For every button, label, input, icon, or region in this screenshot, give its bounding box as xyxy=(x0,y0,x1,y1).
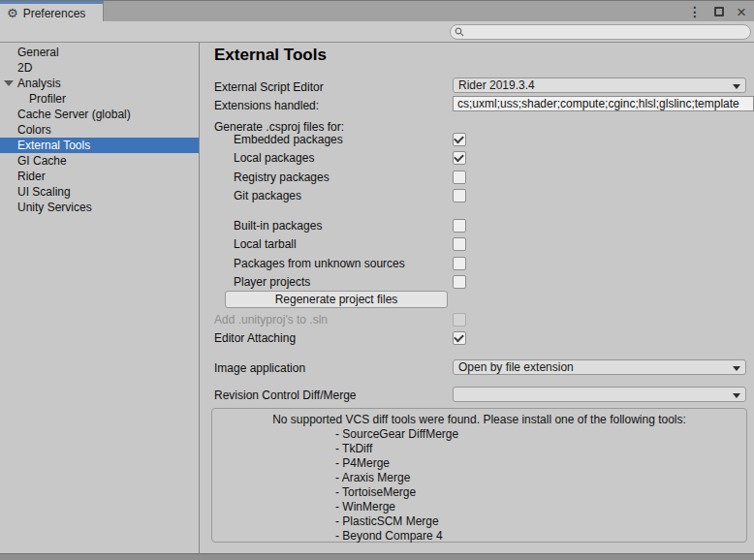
vcs-tool-item: - WinMerge xyxy=(335,500,746,514)
external-tools-panel: External Tools External Script Editor Ri… xyxy=(201,43,754,553)
sidebar-item-label: Analysis xyxy=(17,77,61,90)
window-resize-strip xyxy=(0,553,754,560)
maximize-icon[interactable] xyxy=(714,7,724,16)
toolbar xyxy=(0,21,754,43)
revision-control-label: Revision Control Diff/Merge xyxy=(214,388,357,403)
tab-title: Preferences xyxy=(23,7,86,20)
search-input[interactable] xyxy=(464,26,746,38)
builtin-packages-checkbox[interactable] xyxy=(453,219,466,233)
player-projects-label: Player projects xyxy=(234,274,310,290)
embedded-packages-checkbox[interactable] xyxy=(453,133,466,146)
tab-preferences[interactable]: ⚙ Preferences xyxy=(0,1,104,22)
chevron-down-icon xyxy=(733,366,740,371)
registry-packages-checkbox[interactable] xyxy=(453,171,466,184)
vcs-tool-item: - TkDiff xyxy=(335,442,746,456)
embedded-packages-label: Embedded packages xyxy=(234,132,343,147)
image-application-value: Open by file extension xyxy=(458,360,574,374)
image-application-dropdown[interactable]: Open by file extension xyxy=(453,359,746,375)
git-packages-checkbox[interactable] xyxy=(453,189,466,202)
vcs-tool-item: - SourceGear DiffMerge xyxy=(335,427,746,442)
sidebar-item-gi-cache[interactable]: GI Cache xyxy=(0,153,199,169)
script-editor-value: Rider 2019.3.4 xyxy=(458,78,535,92)
script-editor-dropdown[interactable]: Rider 2019.3.4 xyxy=(453,78,746,93)
sidebar-item-unity-services[interactable]: Unity Services xyxy=(0,200,199,215)
foldout-arrow-icon[interactable] xyxy=(4,80,14,86)
sidebar-item-external-tools[interactable]: External Tools xyxy=(0,138,199,153)
vcs-help-box: No supported VCS diff tools were found. … xyxy=(211,408,747,543)
sidebar-item-profiler[interactable]: Profiler xyxy=(0,91,199,107)
local-packages-checkbox[interactable] xyxy=(453,151,466,165)
revision-control-dropdown[interactable] xyxy=(453,387,746,402)
vcs-tool-item: - Beyond Compare 4 xyxy=(335,529,746,544)
script-editor-label: External Script Editor xyxy=(214,79,324,95)
regenerate-project-files-button[interactable]: Regenerate project files xyxy=(225,291,448,308)
sidebar-item-analysis[interactable]: Analysis xyxy=(0,76,199,91)
vcs-tool-item: - TortoiseMerge xyxy=(335,485,746,500)
sidebar-item-colors[interactable]: Colors xyxy=(0,122,199,138)
menu-kebab-icon[interactable]: ⋮ xyxy=(688,5,702,18)
player-projects-checkbox[interactable] xyxy=(453,275,466,289)
git-packages-label: Git packages xyxy=(234,188,301,203)
close-icon[interactable]: × xyxy=(737,4,746,20)
search-icon xyxy=(455,27,464,37)
gear-icon: ⚙ xyxy=(7,7,18,19)
vcs-tool-item: - PlasticSCM Merge xyxy=(335,514,746,529)
image-application-label: Image application xyxy=(214,360,305,376)
local-packages-label: Local packages xyxy=(234,150,314,166)
sidebar-item-ui-scaling[interactable]: UI Scaling xyxy=(0,184,199,200)
help-message: No supported VCS diff tools were found. … xyxy=(212,413,746,427)
sidebar-item-rider[interactable]: Rider xyxy=(0,169,199,184)
preferences-sidebar: General 2D Analysis Profiler Cache Serve… xyxy=(0,43,200,553)
vcs-tool-item: - Araxis Merge xyxy=(335,471,746,485)
unknown-sources-label: Packages from unknown sources xyxy=(234,256,405,271)
window-controls: ⋮ × xyxy=(688,1,746,22)
builtin-packages-label: Built-in packages xyxy=(234,218,322,233)
add-unityproj-label: Add .unityproj's to .sln xyxy=(214,312,328,327)
editor-attaching-label: Editor Attaching xyxy=(214,330,296,346)
tab-bar: ⚙ Preferences ⋮ × xyxy=(0,0,754,21)
chevron-down-icon xyxy=(733,393,740,398)
unknown-sources-checkbox[interactable] xyxy=(453,257,466,270)
editor-attaching-checkbox[interactable] xyxy=(453,331,466,345)
sidebar-item-cache-server[interactable]: Cache Server (global) xyxy=(0,107,199,122)
extensions-label: Extensions handled: xyxy=(214,98,319,113)
vcs-tools-list: - SourceGear DiffMerge - TkDiff - P4Merg… xyxy=(335,427,746,544)
registry-packages-label: Registry packages xyxy=(234,170,330,185)
local-tarball-checkbox[interactable] xyxy=(453,237,466,251)
search-field[interactable] xyxy=(450,24,751,40)
page-title: External Tools xyxy=(214,46,327,65)
vcs-tool-item: - P4Merge xyxy=(335,456,746,471)
local-tarball-label: Local tarball xyxy=(234,236,297,252)
sidebar-item-2d[interactable]: 2D xyxy=(0,60,199,76)
chevron-down-icon xyxy=(733,84,740,89)
sidebar-item-general[interactable]: General xyxy=(0,45,199,60)
add-unityproj-checkbox xyxy=(453,313,466,327)
extensions-input[interactable]: cs;uxml;uss;shader;compute;cginc;hlsl;gl… xyxy=(453,96,754,111)
